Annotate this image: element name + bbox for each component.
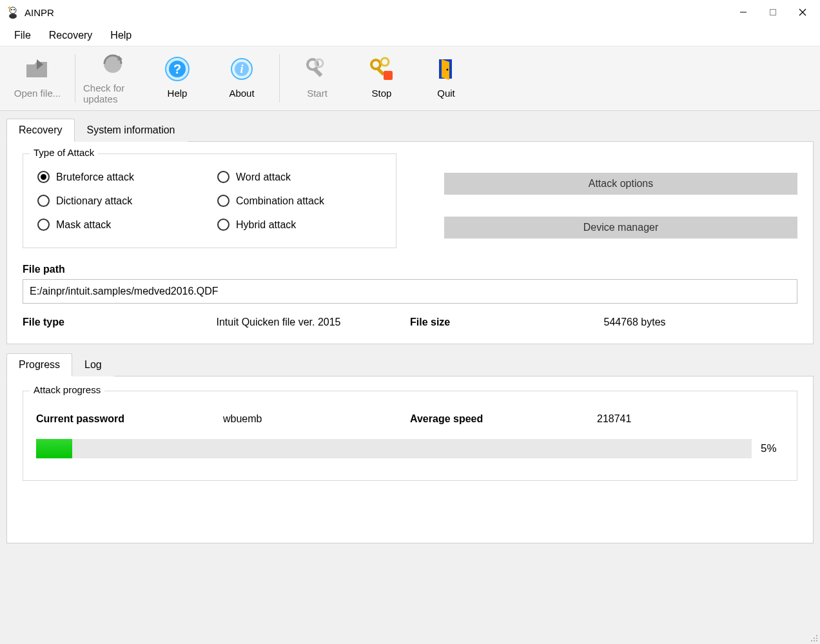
svg-rect-25 — [814, 638, 815, 639]
toolbar: Open file... Check for updates ? Help i … — [0, 46, 820, 111]
svg-point-1 — [9, 14, 17, 19]
radio-icon — [217, 195, 229, 207]
progress-bar — [36, 439, 752, 458]
toolbar-help[interactable]: ? Help — [145, 46, 210, 110]
attack-type-group: Type of Attack Bruteforce attack Word at… — [23, 153, 396, 248]
svg-point-18 — [371, 60, 380, 69]
radio-combination[interactable]: Combination attack — [217, 195, 382, 207]
attack-type-legend: Type of Attack — [30, 147, 98, 158]
toolbar-check-updates[interactable]: Check for updates — [81, 46, 145, 110]
toolbar-help-label: Help — [168, 88, 188, 99]
svg-rect-24 — [816, 635, 817, 636]
keys-stop-icon — [368, 55, 395, 83]
radio-icon — [217, 219, 229, 231]
exit-door-icon — [433, 55, 460, 83]
svg-rect-27 — [811, 640, 812, 641]
svg-point-23 — [447, 69, 449, 71]
svg-point-2 — [11, 9, 12, 10]
svg-rect-5 — [770, 10, 776, 15]
toolbar-open-file-label: Open file... — [14, 88, 61, 99]
menubar: File Recovery Help — [0, 24, 820, 46]
file-path-label: File path — [23, 264, 797, 275]
minimize-button[interactable] — [728, 2, 758, 23]
menu-recovery[interactable]: Recovery — [40, 26, 102, 45]
current-password-value: wbuemb — [223, 413, 410, 425]
radio-dictionary-label: Dictionary attack — [56, 195, 132, 207]
keys-icon — [304, 55, 331, 83]
globe-refresh-icon — [99, 50, 126, 77]
close-button[interactable] — [788, 2, 817, 23]
radio-hybrid[interactable]: Hybrid attack — [217, 219, 382, 231]
file-type-label: File type — [23, 317, 217, 328]
toolbar-stop-label: Stop — [372, 88, 392, 99]
toolbar-start-label: Start — [307, 88, 327, 99]
resize-grip[interactable] — [808, 632, 819, 643]
svg-rect-26 — [816, 638, 817, 639]
maximize-button[interactable] — [758, 2, 788, 23]
toolbar-open-file[interactable]: Open file... — [5, 46, 70, 110]
recovery-panel: Type of Attack Bruteforce attack Word at… — [6, 141, 814, 344]
menu-file[interactable]: File — [5, 26, 40, 45]
svg-point-0 — [10, 7, 16, 14]
current-password-label: Current password — [36, 413, 223, 425]
file-size-value: 544768 bytes — [604, 317, 798, 328]
toolbar-check-updates-label: Check for updates — [83, 83, 142, 104]
radio-dictionary[interactable]: Dictionary attack — [37, 195, 202, 207]
toolbar-start[interactable]: Start — [285, 46, 349, 110]
menu-help[interactable]: Help — [101, 26, 141, 45]
attack-progress-group: Attack progress Current password wbuemb … — [23, 391, 797, 481]
radio-mask[interactable]: Mask attack — [37, 219, 202, 231]
radio-bruteforce-label: Bruteforce attack — [56, 171, 134, 183]
svg-point-20 — [381, 58, 389, 66]
toolbar-about-label: About — [229, 88, 254, 99]
toolbar-about[interactable]: i About — [210, 46, 274, 110]
toolbar-quit-label: Quit — [437, 88, 455, 99]
radio-word-label: Word attack — [236, 171, 291, 183]
help-icon: ? — [164, 55, 191, 83]
svg-rect-28 — [814, 640, 815, 641]
svg-rect-21 — [384, 71, 393, 80]
radio-icon — [217, 171, 229, 183]
radio-mask-label: Mask attack — [56, 219, 111, 231]
attack-options-button[interactable]: Attack options — [444, 173, 797, 195]
file-type-value: Intuit Quicken file ver. 2015 — [217, 317, 411, 328]
average-speed-value: 218741 — [597, 413, 784, 425]
svg-point-3 — [14, 9, 15, 10]
file-path-input[interactable] — [23, 279, 797, 304]
svg-text:?: ? — [173, 62, 181, 76]
toolbar-quit[interactable]: Quit — [414, 46, 478, 110]
open-file-icon — [24, 55, 51, 83]
info-icon: i — [228, 55, 255, 83]
toolbar-separator — [279, 54, 280, 102]
toolbar-separator — [75, 54, 75, 102]
radio-bruteforce[interactable]: Bruteforce attack — [37, 171, 202, 183]
device-manager-button[interactable]: Device manager — [444, 217, 797, 239]
titlebar: AINPR — [0, 0, 820, 24]
tab-progress[interactable]: Progress — [6, 353, 72, 376]
tab-recovery[interactable]: Recovery — [6, 119, 75, 142]
radio-combination-label: Combination attack — [236, 195, 324, 207]
svg-text:i: i — [240, 63, 243, 75]
app-icon — [6, 6, 19, 19]
radio-icon — [37, 195, 50, 207]
content-area: Recovery System information Type of Atta… — [0, 111, 820, 551]
attack-progress-legend: Attack progress — [30, 384, 104, 395]
file-size-label: File size — [410, 317, 604, 328]
radio-hybrid-label: Hybrid attack — [236, 219, 296, 231]
toolbar-stop[interactable]: Stop — [349, 46, 414, 110]
progress-bar-fill — [36, 439, 72, 458]
average-speed-label: Average speed — [410, 413, 597, 425]
tab-log[interactable]: Log — [72, 353, 114, 376]
window-title: AINPR — [24, 7, 54, 18]
svg-rect-19 — [376, 67, 384, 75]
tab-system-information[interactable]: System information — [75, 119, 188, 142]
progress-panel: Attack progress Current password wbuemb … — [6, 376, 814, 543]
svg-rect-29 — [816, 640, 817, 641]
progress-percent: 5% — [761, 442, 784, 455]
radio-word[interactable]: Word attack — [217, 171, 382, 183]
tabs-bottom: Progress Log — [6, 353, 814, 376]
radio-icon — [37, 171, 50, 183]
radio-icon — [37, 219, 50, 231]
tabs-top: Recovery System information — [6, 119, 814, 142]
